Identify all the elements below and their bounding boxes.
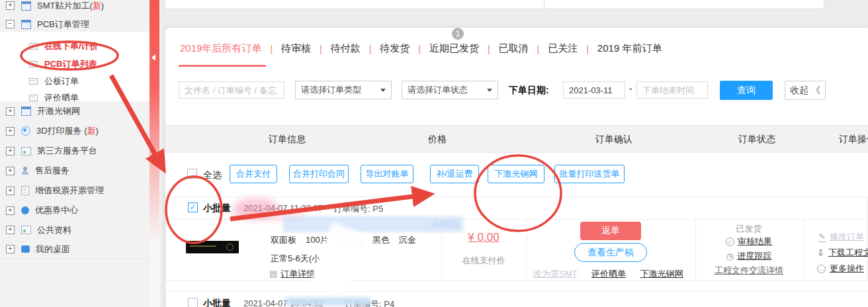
picture-icon bbox=[21, 226, 31, 234]
review-result-link[interactable]: 审核结果 bbox=[738, 236, 772, 247]
tab-all-orders[interactable]: 2019年后所有订单 bbox=[180, 42, 261, 55]
order-price[interactable]: ¥ 0.00 bbox=[468, 231, 499, 244]
collapse-filters-button[interactable]: 收起 《 bbox=[785, 81, 826, 100]
picture-icon bbox=[21, 147, 31, 155]
col-order-status: 订单状态 bbox=[738, 134, 775, 146]
tab-pending-shipment[interactable]: 待发货 bbox=[380, 42, 410, 55]
active-tab-underline bbox=[179, 65, 266, 67]
order-list-panel: 2019年后所有订单 | 待审核 | 待付款 | 待发货 | 近期已发货 | 已… bbox=[165, 28, 868, 307]
sidebar-item-label: 3D打印服务 (新) bbox=[36, 125, 99, 137]
tab-pre-2019[interactable]: 2019 年前订单 bbox=[597, 42, 662, 55]
clock-icon: ◷ bbox=[726, 251, 734, 261]
blurred-spec bbox=[338, 237, 363, 245]
sidebar-item-pcb-orders[interactable]: PCB订单管理 bbox=[0, 15, 150, 34]
sidebar-item-stencil[interactable]: 开激光钢网 bbox=[0, 101, 150, 122]
tab-recently-shipped[interactable]: 近期已发货 bbox=[429, 42, 479, 55]
chevron-down-icon bbox=[487, 89, 492, 92]
progress-tracking-link[interactable]: 进度跟踪 bbox=[737, 250, 771, 262]
order-checkbox[interactable] bbox=[188, 298, 198, 307]
confirm-links: 改为需SMT 评价晒单 下激光钢网 bbox=[533, 268, 695, 280]
sidebar-item-label: 公板订单 bbox=[44, 75, 79, 87]
pcb-thumbnail[interactable] bbox=[186, 241, 239, 253]
sidebar-item-my-desktop[interactable]: 我的桌面 bbox=[0, 240, 150, 259]
list-card-icon bbox=[29, 43, 38, 50]
tab-separator: | bbox=[320, 44, 322, 54]
tab-cancelled[interactable]: 已取消 bbox=[499, 42, 529, 55]
modify-order-link[interactable]: 修改订单 bbox=[830, 231, 864, 243]
date-to-input[interactable] bbox=[636, 81, 708, 99]
user-icon bbox=[21, 167, 29, 175]
select-value: 请选择订单状态 bbox=[408, 84, 468, 96]
tab-followed[interactable]: 已关注 bbox=[548, 42, 578, 55]
expand-plus-icon[interactable] bbox=[6, 127, 15, 136]
batch-print-delivery-button[interactable]: 批量打印送货单 bbox=[554, 165, 625, 183]
expand-plus-icon[interactable] bbox=[6, 206, 15, 215]
sidebar-item-invoice[interactable]: 增值税票开票管理 bbox=[0, 181, 150, 201]
window-icon bbox=[21, 107, 31, 116]
sidebar-item-third-party[interactable]: 第三方服务平台 bbox=[0, 141, 150, 161]
sidebar-item-public-board[interactable]: 公板订单 bbox=[0, 73, 150, 90]
order-checkbox[interactable]: ✓ bbox=[188, 202, 198, 212]
sidebar-item-3d-print[interactable]: 3D打印服务 (新) bbox=[0, 121, 150, 142]
coupon-icon bbox=[21, 206, 29, 214]
view-production-draft-button[interactable]: 查看生产稿 bbox=[574, 243, 647, 262]
sidebar-item-label: 售后服务 bbox=[35, 165, 69, 177]
select-all-checkbox[interactable] bbox=[187, 169, 197, 179]
sidebar-item-coupon[interactable]: 优惠券中心 bbox=[0, 200, 150, 221]
download-engineering-link[interactable]: 下载工程文 bbox=[828, 247, 868, 259]
sidebar-item-after-sale[interactable]: 售后服务 bbox=[0, 161, 150, 181]
sidebar-item-pcb-order-list[interactable]: PCB订单列表 bbox=[0, 56, 150, 73]
collapse-minus-icon[interactable] bbox=[6, 20, 15, 28]
order-details-link[interactable]: 订单详情 bbox=[281, 269, 315, 279]
sidebar-item-label: 增值税票开票管理 bbox=[35, 185, 104, 197]
tab-pending-payment[interactable]: 待付款 bbox=[331, 42, 361, 55]
engineering-file-exchange-link[interactable]: 工程文件交流详情 bbox=[715, 265, 783, 277]
order-stencil-link[interactable]: 下激光钢网 bbox=[640, 269, 683, 279]
list-card-icon bbox=[29, 95, 38, 101]
file-exchange-line: 工程文件交流详情 bbox=[715, 265, 783, 277]
tab-separator: | bbox=[418, 44, 421, 54]
review-link[interactable]: 评价晒单 bbox=[591, 269, 626, 279]
order-status-select[interactable]: 请选择订单状态 bbox=[402, 81, 498, 99]
sidebar-collapse-handle[interactable] bbox=[150, 0, 159, 245]
order-type-select[interactable]: 请选择订单类型 bbox=[295, 81, 392, 99]
date-from-input[interactable] bbox=[563, 81, 625, 99]
export-statement-button[interactable]: 导出对账单 bbox=[361, 165, 413, 183]
change-to-smt-link[interactable]: 改为需SMT bbox=[533, 269, 577, 279]
expand-plus-icon[interactable] bbox=[6, 167, 15, 175]
expand-plus-icon[interactable] bbox=[6, 107, 15, 116]
sphere-icon bbox=[21, 126, 30, 136]
sidebar-item-online-order[interactable]: 在线下单/计价 bbox=[0, 38, 150, 55]
expand-plus-icon[interactable] bbox=[6, 147, 15, 155]
sidebar-item-label: 优惠券中心 bbox=[35, 204, 78, 216]
progress-line: ◷ 进度跟踪 bbox=[726, 250, 771, 262]
expand-plus-icon[interactable] bbox=[6, 1, 15, 10]
merge-pay-button[interactable]: 合并支付 bbox=[230, 165, 277, 183]
search-button[interactable]: 查询 bbox=[720, 81, 773, 100]
price-note: 在线支付价 bbox=[462, 255, 505, 267]
sidebar-item-label: 在线下单/计价 bbox=[44, 40, 99, 52]
keyword-input[interactable] bbox=[179, 81, 284, 99]
refund-shipping-button[interactable]: 补/退运费 bbox=[430, 165, 479, 183]
sidebar-item-label: 第三方服务平台 bbox=[37, 145, 97, 157]
merge-print-contract-button[interactable]: 合并打印合同 bbox=[289, 165, 349, 183]
expand-plus-icon[interactable] bbox=[6, 245, 15, 253]
expand-plus-icon[interactable] bbox=[6, 187, 15, 195]
order-number: 订单编号: P5 bbox=[333, 203, 383, 215]
tab-separator: | bbox=[270, 44, 273, 54]
lead-time: 正常5-6天(小 bbox=[271, 253, 320, 265]
order-time: 2021-04-07 10:04:52 bbox=[243, 298, 324, 307]
reorder-button[interactable]: 返单 bbox=[580, 222, 641, 240]
tab-separator: | bbox=[369, 44, 372, 54]
chevron-down-icon bbox=[380, 89, 386, 92]
document-icon: ▤ bbox=[269, 269, 277, 279]
order-stencil-button[interactable]: 下激光钢网 bbox=[488, 165, 544, 183]
sidebar-item-public-data[interactable]: 公共资料 bbox=[0, 220, 150, 240]
order-state: 已发货 bbox=[736, 223, 762, 235]
tab-pending-review[interactable]: 待审核 bbox=[281, 42, 311, 55]
more-icon: … bbox=[817, 265, 826, 273]
expand-plus-icon[interactable] bbox=[6, 226, 15, 234]
col-price: 价格 bbox=[428, 134, 447, 146]
sidebar-item-smt[interactable]: SMT贴片加工(新) bbox=[0, 0, 150, 16]
more-actions-link[interactable]: 更多操作 bbox=[830, 263, 864, 275]
